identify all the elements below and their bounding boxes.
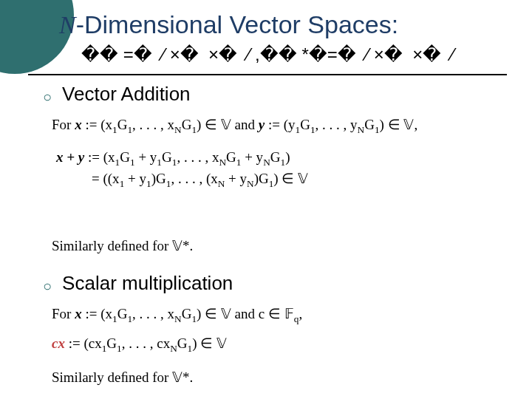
- slide-title: N-Dimensional Vector Spaces:: [59, 10, 398, 39]
- bullet-icon: ○: [43, 279, 52, 293]
- title-italic-n: N: [59, 11, 76, 38]
- bullet-icon: ○: [43, 89, 52, 104]
- slide: N-Dimensional Vector Spaces: �� =� ⁄ ×� …: [0, 0, 532, 399]
- subtitle-equation-garbled: �� =� ⁄ ×� ×� ⁄ ,�� *�=� ⁄ ×� ×� ⁄: [81, 44, 454, 65]
- bullet-label: Scalar multiplication: [62, 272, 233, 295]
- math-similarly-2: Similarly deﬁned for 𝕍*.: [52, 368, 193, 388]
- math-x-plus-y: x + y := (x1G1 + y1G1, . . . , xNG1 + yN…: [52, 148, 308, 191]
- math-for-xy: For x := (x1G1, . . . , xNG1) ∈ 𝕍 and y …: [52, 115, 417, 137]
- title-rest: -Dimensional Vector Spaces:: [76, 10, 399, 38]
- math-cx: cx := (cx1G1, . . . , cxNG1) ∈ 𝕍: [52, 334, 227, 355]
- bullet-scalar-mult: ○ Scalar multiplication: [43, 272, 233, 295]
- math-similarly-1: Similarly deﬁned for 𝕍*.: [52, 236, 193, 256]
- title-underline: [28, 74, 507, 75]
- math-for-x-c: For x := (x1G1, . . . , xNG1) ∈ 𝕍 and c …: [52, 304, 302, 326]
- bullet-vector-addition: ○ Vector Addition: [43, 83, 191, 106]
- bullet-label: Vector Addition: [62, 83, 190, 106]
